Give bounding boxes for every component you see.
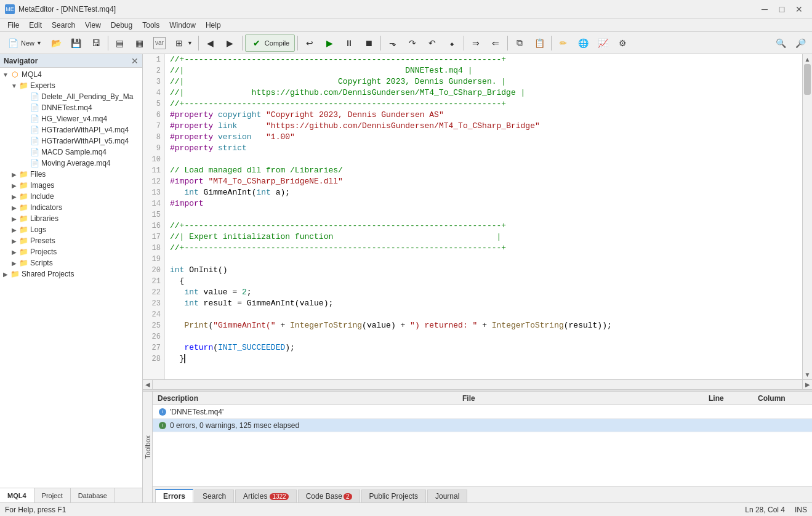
- run-back-button[interactable]: ↩: [300, 34, 319, 52]
- tab-journal[interactable]: Journal: [427, 490, 467, 502]
- separator-7: [507, 36, 508, 50]
- tree-item-dnntest[interactable]: 📄 DNNETest.mq4: [0, 102, 142, 113]
- tree-item-hgtrader-v5[interactable]: 📄 HGTraderWithAPI_v5.mq4: [0, 135, 142, 147]
- find-button[interactable]: 🔎: [791, 34, 810, 52]
- tab-articles[interactable]: Articles1322: [235, 490, 297, 502]
- tree-item-include[interactable]: ▶ 📁 Include: [0, 191, 142, 202]
- separator-1: [108, 36, 108, 50]
- tree-item-delete-all[interactable]: 📄 Delete_All_Pending_By_Ma: [0, 91, 142, 102]
- step-over-button[interactable]: ↷: [403, 34, 422, 52]
- chart-button[interactable]: 📈: [593, 34, 612, 52]
- menu-edit[interactable]: Edit: [24, 20, 47, 31]
- scroll-thumb[interactable]: [804, 64, 811, 95]
- tree-item-indicators[interactable]: ▶ 📁 Indicators: [0, 202, 142, 213]
- next-bp-button[interactable]: ⇒: [467, 34, 485, 52]
- tab-search[interactable]: Search: [195, 490, 234, 502]
- tree-item-macd[interactable]: 📄 MACD Sample.mq4: [0, 147, 142, 158]
- line-num-1: 1: [143, 54, 164, 65]
- tree-item-scripts[interactable]: ▶ 📁 Scripts: [0, 257, 142, 268]
- new-button[interactable]: 📄 New ▼: [2, 34, 46, 52]
- scroll-up-button[interactable]: ▲: [803, 54, 812, 64]
- tree-item-experts[interactable]: ▼ 📁 Experts: [0, 80, 142, 91]
- menu-help[interactable]: Help: [201, 20, 226, 31]
- maximize-button[interactable]: □: [774, 3, 790, 15]
- tree-label-mql4: MQL4: [22, 70, 42, 79]
- tree-item-shared-projects[interactable]: ▶ 📁 Shared Projects: [0, 268, 142, 280]
- code-line-15: [170, 209, 802, 220]
- tree-item-projects[interactable]: ▶ 📁 Projects: [0, 246, 142, 257]
- tree-item-hgtrader-v4[interactable]: 📄 HGTraderWithAPI_v4.mq4: [0, 124, 142, 135]
- vertical-scrollbar[interactable]: ▲ ▼: [802, 54, 812, 379]
- open-button[interactable]: 📂: [47, 34, 66, 52]
- tree-item-presets[interactable]: ▶ 📁 Presets: [0, 235, 142, 246]
- menu-debug[interactable]: Debug: [106, 20, 137, 31]
- tree-item-moving-avg[interactable]: 📄 Moving Average.mq4: [0, 158, 142, 169]
- save-button[interactable]: 💾: [67, 34, 86, 52]
- minimize-button[interactable]: ─: [757, 3, 773, 15]
- tab-codebase[interactable]: Code Base2: [298, 490, 360, 502]
- compile-button[interactable]: ✔ Compile: [245, 34, 295, 52]
- code-editor[interactable]: 1 2 3 4 5 6 7 8 9 10 11 12 13 14: [143, 54, 802, 379]
- scroll-right-button[interactable]: ▶: [802, 380, 812, 389]
- status-bar: For Help, press F1 Ln 28, Col 4 INS: [0, 502, 812, 516]
- tree-label-hgtrader-v5: HGTraderWithAPI_v5.mq4: [41, 137, 129, 145]
- save-all-button[interactable]: 🖫: [87, 34, 105, 52]
- tree-item-libraries[interactable]: ▶ 📁 Libraries: [0, 213, 142, 224]
- prev-bp-button[interactable]: ⇐: [486, 34, 505, 52]
- close-button[interactable]: ✕: [791, 3, 807, 15]
- view-mode-button[interactable]: ▤: [111, 34, 129, 52]
- back-button[interactable]: ◀: [201, 34, 220, 52]
- menu-view[interactable]: View: [80, 20, 106, 31]
- title-bar: ME MetaEditor - [DNNETest.mq4] ─ □ ✕: [0, 0, 812, 18]
- line-num-28: 28: [143, 353, 164, 365]
- tree-item-images[interactable]: ▶ 📁 Images: [0, 180, 142, 191]
- breakpoints-button[interactable]: ⬥: [443, 34, 461, 52]
- col-description: Description: [158, 394, 462, 403]
- scroll-left-button[interactable]: ◀: [143, 380, 153, 389]
- navigator-close-button[interactable]: ✕: [131, 56, 139, 66]
- menu-search[interactable]: Search: [47, 20, 80, 31]
- no-expand-icon: [21, 92, 30, 101]
- view2-icon: ▦: [134, 37, 146, 49]
- scroll-down-button[interactable]: ▼: [803, 369, 812, 379]
- line-num-27: 27: [143, 342, 164, 353]
- menu-bar: File Edit Search View Debug Tools Window…: [0, 18, 812, 32]
- input-button[interactable]: ⊞ ▼: [170, 34, 196, 52]
- pause-button[interactable]: ⏸: [340, 34, 358, 52]
- step-into-button[interactable]: ⬎: [384, 34, 402, 52]
- metaquotes-button[interactable]: 🌐: [574, 34, 592, 52]
- copy-button[interactable]: ⧉: [510, 34, 529, 52]
- tree-item-files[interactable]: ▶ 📁 Files: [0, 169, 142, 180]
- paste-button[interactable]: 📋: [530, 34, 549, 52]
- code-line-3: //| Copyright 2023, Dennis Gundersen. |: [170, 76, 802, 87]
- tab-errors[interactable]: Errors: [155, 489, 193, 502]
- forward-button[interactable]: ▶: [221, 34, 239, 52]
- file-icon-6: 📄: [30, 147, 39, 157]
- h-scroll-track[interactable]: [153, 380, 802, 389]
- tree-item-mql4[interactable]: ▼ ⬡ MQL4: [0, 69, 142, 80]
- menu-tools[interactable]: Tools: [137, 20, 164, 31]
- stop-button[interactable]: ⏹: [360, 34, 378, 52]
- tree-item-logs[interactable]: ▶ 📁 Logs: [0, 224, 142, 235]
- settings-button[interactable]: ⚙: [613, 34, 632, 52]
- presets-folder-icon: 📁: [18, 236, 28, 246]
- toolbox-label[interactable]: Toolbox: [143, 433, 153, 461]
- output-row-1[interactable]: i 'DNNETest.mq4': [153, 405, 812, 419]
- nav-tab-project[interactable]: Project: [34, 488, 71, 502]
- start-button[interactable]: ▶: [320, 34, 339, 52]
- nav-tab-mql4[interactable]: MQL4: [0, 488, 34, 502]
- var-button[interactable]: var: [150, 34, 169, 52]
- output-row-2[interactable]: i 0 errors, 0 warnings, 125 msec elapsed: [153, 419, 812, 432]
- code-lines[interactable]: //+-------------------------------------…: [165, 54, 802, 379]
- step-out-button[interactable]: ↶: [423, 34, 441, 52]
- menu-file[interactable]: File: [2, 20, 24, 31]
- status-mode: INS: [795, 506, 807, 514]
- view2-button[interactable]: ▦: [131, 34, 149, 52]
- search-button[interactable]: 🔍: [771, 34, 790, 52]
- menu-window[interactable]: Window: [164, 20, 201, 31]
- nav-tab-database[interactable]: Database: [71, 488, 115, 502]
- toolbox-sidebar[interactable]: Toolbox: [143, 392, 153, 502]
- tree-item-hgviewer[interactable]: 📄 HG_Viewer_v4.mq4: [0, 113, 142, 124]
- highlight-button[interactable]: ✏: [554, 34, 573, 52]
- tab-public-projects[interactable]: Public Projects: [361, 490, 426, 502]
